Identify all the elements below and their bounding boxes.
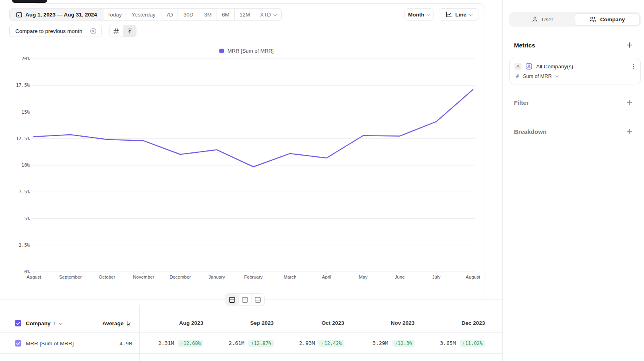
month-column-header[interactable]: Aug 2023 <box>139 314 210 332</box>
tab-company[interactable]: Company <box>575 13 640 25</box>
quick-range-label: 7D <box>166 12 173 18</box>
select-all-checkbox[interactable] <box>15 320 21 326</box>
plus-icon <box>626 42 633 48</box>
calendar-icon <box>16 11 23 18</box>
metrics-section-header: Metrics <box>514 41 633 49</box>
svg-text:October: October <box>99 275 115 279</box>
breakdown-title: Breakdown <box>514 128 547 135</box>
breakdown-section-header: Breakdown <box>514 128 633 135</box>
layout-split-icon <box>229 297 235 303</box>
svg-text:12.5%: 12.5% <box>16 136 30 142</box>
month-column-header[interactable]: Oct 2023 <box>280 314 351 332</box>
svg-text:November: November <box>133 275 154 279</box>
svg-text:February: February <box>244 275 262 279</box>
svg-text:10%: 10% <box>21 162 30 168</box>
layout-top-icon <box>242 297 248 303</box>
svg-text:September: September <box>59 275 82 279</box>
change-badge: +12.68% <box>178 340 203 347</box>
month-value-cell: 2.31M+12.68% <box>139 333 210 353</box>
svg-text:2.5%: 2.5% <box>19 242 30 248</box>
mrr-value: 2.61M <box>229 340 244 346</box>
chart-type-label: Line <box>455 12 466 18</box>
mrr-value: 3.29M <box>373 340 388 346</box>
user-icon <box>532 16 538 23</box>
month-column-header[interactable]: Sep 2023 <box>210 314 280 332</box>
metric-letter-badge: A <box>514 63 522 70</box>
line-chart[interactable]: 0%2.5%5%7.5%10%12.5%15%17.5%20%AugustSep… <box>0 44 502 285</box>
chevron-down-icon <box>273 12 277 16</box>
svg-text:August: August <box>27 275 41 279</box>
svg-text:April: April <box>322 275 331 279</box>
company-icon <box>589 16 597 23</box>
table-column-divider <box>139 305 140 361</box>
contact-card-icon <box>525 63 533 70</box>
granularity-dropdown[interactable]: Month <box>405 8 433 21</box>
chart-type-dropdown[interactable]: Line <box>439 8 479 21</box>
metrics-title: Metrics <box>514 42 535 49</box>
group-column-header[interactable]: Company 1 <box>26 314 62 333</box>
quick-range-7d[interactable]: 7D <box>161 9 178 20</box>
quick-range-yesterday[interactable]: Yesterday <box>126 9 161 20</box>
scrolled-element-fragment <box>12 0 47 3</box>
month-column-header[interactable]: Nov 2023 <box>351 314 421 332</box>
group-count: 1 <box>53 320 56 326</box>
report-main-area: Aug 1, 2023 — Aug 31, 2024 TodayYesterda… <box>0 0 502 361</box>
compare-chip-label: Compare to previous month <box>15 28 87 34</box>
group-label: Company <box>26 320 51 326</box>
number-type-icon: # <box>516 74 519 79</box>
grid-toggle-button[interactable] <box>109 25 123 37</box>
svg-text:March: March <box>283 275 296 279</box>
change-badge: +12.42% <box>319 340 344 347</box>
aggregation-label: Sum of MRR <box>523 74 552 79</box>
date-range-button[interactable]: Aug 1, 2023 — Aug 31, 2024 <box>10 9 103 20</box>
month-value-cell: 3.65M+11.02% <box>421 333 491 353</box>
month-value-cell: 3.29M+12.3% <box>351 333 421 353</box>
quick-range-3m[interactable]: 3M <box>199 9 217 20</box>
line-chart-icon <box>446 11 452 18</box>
average-column-header[interactable]: Average <box>72 314 132 333</box>
quick-range-12m[interactable]: 12M <box>234 9 255 20</box>
add-breakdown-button[interactable] <box>626 128 633 135</box>
month-column-header[interactable]: Dec 2023 <box>421 314 491 332</box>
kebab-menu-icon[interactable] <box>631 63 636 70</box>
svg-text:August: August <box>466 275 481 279</box>
chart-option-toggle-group <box>109 25 136 37</box>
tab-company-label: Company <box>600 16 625 23</box>
remove-compare-icon[interactable] <box>90 28 97 35</box>
plus-icon <box>626 99 633 106</box>
chevron-down-icon <box>58 321 62 325</box>
quick-range-label: 30D <box>184 12 194 18</box>
metric-name: All Company(s) <box>536 64 627 70</box>
chevron-down-icon <box>469 12 473 16</box>
svg-text:January: January <box>208 275 225 279</box>
quick-range-30d[interactable]: 30D <box>178 9 199 20</box>
layout-split-button[interactable] <box>225 294 238 305</box>
layout-chart-only-button[interactable] <box>238 294 251 305</box>
svg-text:July: July <box>432 275 441 279</box>
month-value-cell: 2.93M+12.42% <box>280 333 351 353</box>
layout-table-only-button[interactable] <box>251 294 264 305</box>
sort-icon <box>126 320 132 326</box>
svg-text:June: June <box>395 275 405 279</box>
mrr-value: 2.93M <box>299 340 315 346</box>
flip-axis-toggle-button[interactable] <box>123 25 136 37</box>
svg-text:15%: 15% <box>21 109 30 115</box>
quick-range-xtd[interactable]: XTD <box>255 9 281 20</box>
row-checkbox[interactable] <box>15 340 21 347</box>
svg-text:5%: 5% <box>24 216 30 222</box>
quick-range-6m[interactable]: 6M <box>217 9 234 20</box>
quick-range-today[interactable]: Today <box>103 9 126 20</box>
svg-text:0%: 0% <box>24 269 30 275</box>
average-value: 4.9M <box>72 333 132 354</box>
layout-bottom-icon <box>254 297 261 303</box>
metric-card[interactable]: A All Company(s) # Sum of MRR <box>509 58 641 84</box>
tab-user[interactable]: User <box>510 13 575 25</box>
table-row[interactable]: MRR [Sum of MRR] 4.9M 2.31M+12.68%2.61M+… <box>0 333 502 354</box>
add-metric-button[interactable] <box>626 41 633 49</box>
metric-aggregation-row[interactable]: # Sum of MRR <box>516 74 558 79</box>
add-filter-button[interactable] <box>626 99 633 106</box>
config-sidebar: User Company Metrics A <box>502 0 644 361</box>
compare-chip[interactable]: Compare to previous month <box>9 25 102 37</box>
tab-user-label: User <box>542 16 553 23</box>
flip-axis-icon <box>127 28 133 34</box>
